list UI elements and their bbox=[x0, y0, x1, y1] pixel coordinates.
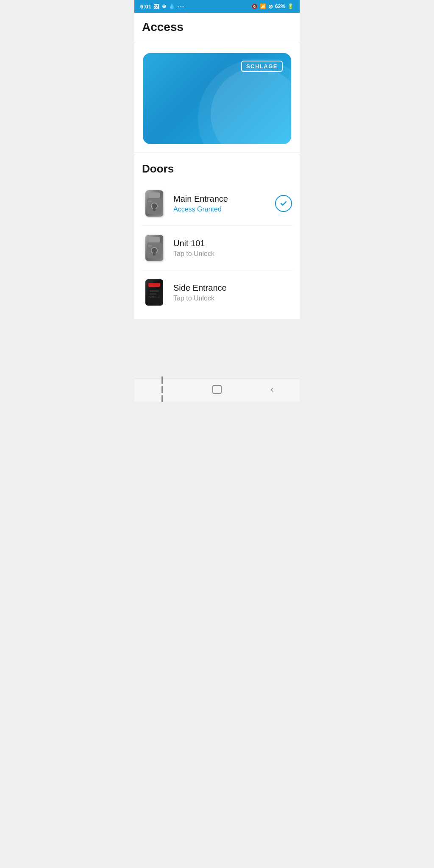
door-status-unit-101: Tap to Unlock bbox=[173, 250, 292, 258]
svg-rect-7 bbox=[149, 237, 160, 243]
svg-rect-5 bbox=[148, 200, 152, 202]
wifi-icon: 📶 bbox=[260, 3, 266, 9]
svg-rect-16 bbox=[150, 290, 159, 292]
page-title: Access bbox=[142, 20, 292, 34]
battery-icon: 🔋 bbox=[287, 3, 294, 9]
lock-icon-silver-2 bbox=[145, 235, 163, 261]
door-icon-side-entrance: NXKRE bbox=[142, 278, 167, 307]
status-bar-right: 🔇 📶 ⊘ 62% 🔋 bbox=[251, 3, 294, 10]
nav-menu-button[interactable] bbox=[149, 383, 175, 396]
location-icon: 💧 bbox=[169, 3, 175, 9]
schlage-logo: SCHLAGE bbox=[241, 61, 283, 72]
back-arrow-icon: ‹ bbox=[270, 384, 273, 395]
door-item-main-entrance[interactable]: Main Entrance Access Granted bbox=[142, 181, 292, 226]
mute-icon: 🔇 bbox=[251, 3, 258, 9]
door-status-main-entrance: Access Granted bbox=[173, 206, 275, 213]
page-header: Access bbox=[134, 13, 300, 41]
battery-display: 62% bbox=[275, 3, 285, 9]
svg-rect-17 bbox=[150, 293, 156, 295]
svg-rect-4 bbox=[153, 208, 156, 211]
dots-icon: ··· bbox=[178, 3, 185, 10]
status-bar: 6:01 🖼 ⊕ 💧 ··· 🔇 📶 ⊘ 62% 🔋 bbox=[134, 0, 300, 13]
home-square-icon bbox=[212, 385, 222, 394]
door-check-icon bbox=[275, 195, 292, 212]
dnd-icon: ⊘ bbox=[268, 3, 273, 10]
svg-rect-11 bbox=[148, 245, 152, 247]
status-bar-left: 6:01 🖼 ⊕ 💧 ··· bbox=[140, 3, 185, 10]
card-section: SCHLAGE bbox=[134, 41, 300, 153]
schlage-access-card[interactable]: SCHLAGE bbox=[143, 53, 291, 144]
svg-rect-13 bbox=[148, 283, 160, 287]
bottom-nav: ‹ bbox=[134, 378, 300, 402]
door-name-side-entrance: Side Entrance bbox=[173, 283, 292, 293]
svg-rect-10 bbox=[153, 252, 156, 256]
image-icon: 🖼 bbox=[154, 3, 159, 10]
doors-title: Doors bbox=[142, 162, 292, 175]
link-icon: ⊕ bbox=[162, 3, 166, 9]
time-display: 6:01 bbox=[140, 3, 151, 10]
door-item-unit-101[interactable]: Unit 101 Tap to Unlock bbox=[142, 226, 292, 270]
menu-lines-icon bbox=[161, 376, 163, 402]
door-info-side-entrance: Side Entrance Tap to Unlock bbox=[173, 283, 292, 302]
door-item-side-entrance[interactable]: NXKRE Side Entrance Tap to Unlock bbox=[142, 270, 292, 314]
main-content: SCHLAGE Doors bbox=[134, 41, 300, 319]
door-icon-unit-101 bbox=[142, 234, 167, 262]
door-icon-main-entrance bbox=[142, 189, 167, 218]
doors-section: Doors bbox=[134, 153, 300, 319]
door-info-main-entrance: Main Entrance Access Granted bbox=[173, 194, 275, 213]
bottom-spacer bbox=[134, 319, 300, 378]
nav-home-button[interactable] bbox=[204, 383, 230, 396]
svg-text:NXKRE: NXKRE bbox=[148, 295, 160, 299]
door-name-main-entrance: Main Entrance bbox=[173, 194, 275, 204]
lock-icon-black: NXKRE bbox=[145, 279, 163, 306]
door-name-unit-101: Unit 101 bbox=[173, 239, 292, 248]
nav-back-button[interactable]: ‹ bbox=[259, 383, 285, 396]
lock-icon-silver-1 bbox=[145, 190, 163, 217]
door-status-side-entrance: Tap to Unlock bbox=[173, 295, 292, 302]
door-info-unit-101: Unit 101 Tap to Unlock bbox=[173, 239, 292, 258]
checkmark-icon bbox=[279, 199, 288, 208]
svg-rect-1 bbox=[149, 192, 160, 198]
